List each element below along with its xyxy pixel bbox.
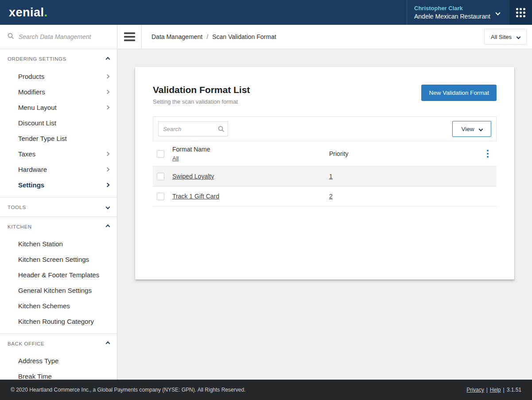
breadcrumb-separator: /	[206, 33, 208, 40]
logo-text: xenial	[9, 6, 44, 19]
section-header-kitchen[interactable]: KITCHEN	[0, 217, 117, 236]
breadcrumb-root[interactable]: Data Management	[151, 33, 202, 40]
search-icon	[7, 32, 14, 41]
new-validation-format-button[interactable]: New Validation Format	[421, 85, 497, 101]
sidebar-section-kitchen: KITCHEN Kitchen Station Kitchen Screen S…	[0, 217, 117, 334]
priority-link[interactable]: 2	[329, 193, 333, 200]
version-number: 3.1.51	[507, 387, 521, 393]
section-header-tools[interactable]: TOOLS	[0, 197, 117, 217]
user-name: Christopher Clark	[414, 5, 490, 12]
priority-link[interactable]: 1	[329, 173, 333, 180]
sidebar-item-label: Kitchen Station	[18, 240, 63, 248]
all-sites-dropdown[interactable]: All Sites	[484, 29, 527, 45]
sidebar-item-taxes[interactable]: Taxes	[0, 146, 117, 162]
kebab-menu-icon[interactable]	[479, 150, 497, 158]
sidebar-item-kitchen-schemes[interactable]: Kitchen Schemes	[0, 298, 117, 314]
sidebar-item-general-kitchen-settings[interactable]: General Kitchen Settings	[0, 283, 117, 298]
sidebar-item-settings[interactable]: Settings	[0, 177, 117, 193]
chevron-down-icon	[106, 205, 110, 210]
sidebar-search	[0, 25, 117, 49]
sidebar-item-label: Kitchen Routing Category	[18, 318, 94, 325]
hamburger-menu-icon[interactable]	[117, 25, 142, 49]
xenial-logo[interactable]: xenial.	[0, 0, 57, 25]
topbar-spacer	[57, 0, 407, 25]
sidebar-item-label: Kitchen Screen Settings	[18, 256, 89, 263]
search-input[interactable]	[19, 33, 110, 40]
format-name-link[interactable]: Swiped Loyalty	[172, 173, 214, 180]
footer-separator: |	[503, 387, 505, 393]
section-items: Products Modifiers Menu Layout Discount …	[0, 69, 117, 197]
top-bar: xenial. Christopher Clark Andele Mexican…	[0, 0, 532, 25]
column-header-label: Format Name	[172, 146, 329, 153]
sidebar-item-label: Modifiers	[18, 88, 45, 96]
table-row: Track 1 Gift Card 2	[153, 186, 497, 206]
sidebar-item-label: Products	[18, 73, 44, 80]
section-items: Kitchen Station Kitchen Screen Settings …	[0, 236, 117, 334]
footer-links: Privacy | Help | 3.1.51	[466, 387, 521, 393]
footer: © 2020 Heartland Commerce Inc., a Global…	[0, 380, 532, 400]
section-header-back-office[interactable]: BACK OFFICE	[0, 334, 117, 353]
card-header: Validation Format List Setting the scan …	[153, 85, 497, 105]
sidebar-item-label: Discount List	[18, 119, 56, 127]
all-sites-label: All Sites	[491, 34, 512, 40]
content-area: Validation Format List Setting the scan …	[117, 49, 532, 400]
user-menu[interactable]: Christopher Clark Andele Mexican Restaur…	[407, 0, 509, 25]
sidebar-item-label: Header & Footer Templates	[18, 271, 99, 279]
chevron-right-icon	[105, 152, 110, 156]
row-checkbox[interactable]	[157, 173, 164, 180]
user-info: Christopher Clark Andele Mexican Restaur…	[414, 5, 490, 20]
sidebar-section-tools: TOOLS	[0, 197, 117, 217]
body-row: ORDERING SETTINGS Products Modifiers Men…	[0, 25, 532, 400]
sidebar-item-kitchen-station[interactable]: Kitchen Station	[0, 236, 117, 252]
view-dropdown-button[interactable]: View	[452, 121, 491, 137]
format-name-link[interactable]: Track 1 Gift Card	[172, 193, 219, 200]
select-all-checkbox[interactable]	[157, 150, 164, 158]
sidebar-item-tender-type-list[interactable]: Tender Type List	[0, 131, 117, 146]
main-top-bar: Data Management / Scan Validation Format…	[117, 25, 532, 49]
sidebar-item-hardware[interactable]: Hardware	[0, 162, 117, 177]
page-subtitle: Setting the scan validation format	[153, 98, 250, 105]
sidebar-section-ordering-settings: ORDERING SETTINGS Products Modifiers Men…	[0, 49, 117, 197]
table-toolbar: View	[153, 117, 497, 141]
table-search	[158, 121, 228, 136]
section-label: TOOLS	[8, 205, 26, 210]
filter-all-link[interactable]: All	[172, 155, 179, 162]
table-row: Swiped Loyalty 1	[153, 167, 497, 186]
app-grid-button[interactable]	[509, 0, 532, 25]
sidebar: ORDERING SETTINGS Products Modifiers Men…	[0, 25, 117, 400]
sidebar-item-label: Kitchen Schemes	[18, 302, 70, 310]
sidebar-item-address-type[interactable]: Address Type	[0, 353, 117, 369]
card-titles: Validation Format List Setting the scan …	[153, 85, 250, 105]
sidebar-item-modifiers[interactable]: Modifiers	[0, 84, 117, 100]
section-label: ORDERING SETTINGS	[8, 56, 66, 62]
sidebar-item-header-footer-templates[interactable]: Header & Footer Templates	[0, 267, 117, 283]
sidebar-item-kitchen-screen-settings[interactable]: Kitchen Screen Settings	[0, 252, 117, 267]
sidebar-item-label: Address Type	[18, 357, 58, 365]
sidebar-item-kitchen-routing-category[interactable]: Kitchen Routing Category	[0, 314, 117, 329]
priority-column-header: Priority	[329, 150, 479, 157]
chevron-up-icon	[106, 57, 110, 61]
help-link[interactable]: Help	[490, 387, 501, 393]
breadcrumb-current: Scan Validation Format	[212, 33, 276, 40]
chevron-right-icon	[105, 90, 110, 94]
validation-format-table: Format Name All Priority Swiped Loyalty …	[153, 141, 497, 206]
sidebar-item-label: Taxes	[18, 150, 35, 158]
page-title: Validation Format List	[153, 85, 250, 95]
section-header-ordering-settings[interactable]: ORDERING SETTINGS	[0, 49, 117, 69]
chevron-down-icon	[478, 127, 483, 131]
chevron-down-icon	[516, 35, 521, 39]
main-area: Data Management / Scan Validation Format…	[117, 25, 532, 400]
privacy-link[interactable]: Privacy	[466, 387, 484, 393]
copyright-text: © 2020 Heartland Commerce Inc., a Global…	[11, 387, 245, 393]
sidebar-item-label: Hardware	[18, 166, 47, 173]
logo-dot: .	[44, 6, 48, 19]
view-button-label: View	[461, 126, 474, 132]
sidebar-item-label: Break Time	[18, 373, 52, 380]
table-header-row: Format Name All Priority	[153, 141, 497, 167]
row-checkbox[interactable]	[157, 193, 164, 200]
sidebar-item-discount-list[interactable]: Discount List	[0, 115, 117, 131]
sidebar-item-menu-layout[interactable]: Menu Layout	[0, 100, 117, 115]
sidebar-item-products[interactable]: Products	[0, 69, 117, 84]
section-label: KITCHEN	[8, 224, 32, 229]
chevron-right-icon	[105, 167, 110, 172]
